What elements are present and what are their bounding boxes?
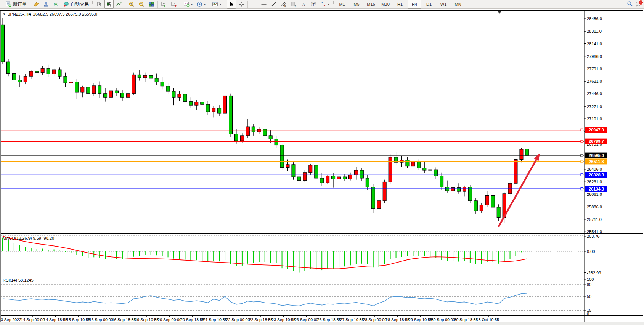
tile-windows-button[interactable]: [147, 0, 156, 9]
channel-button[interactable]: E: [279, 0, 288, 9]
candle-body: [360, 170, 363, 178]
signals-button[interactable]: [51, 0, 61, 9]
profiles-button[interactable]: [42, 0, 51, 9]
zoom-out-button[interactable]: [137, 0, 146, 9]
line-handle: [581, 154, 583, 157]
candle-body: [348, 175, 352, 179]
bar-chart-button[interactable]: [95, 0, 104, 9]
candle-chart-button[interactable]: [104, 0, 114, 9]
line-handle: [581, 129, 583, 131]
timeframe-button-M5[interactable]: M5: [350, 0, 363, 9]
new-order-button[interactable]: 新订单: [4, 0, 28, 9]
text-label-icon: T: [310, 1, 316, 7]
candle-body: [126, 94, 130, 97]
svg-text:-282.99: -282.99: [587, 271, 601, 275]
candle-body: [429, 170, 432, 170]
timeframe-button-H1[interactable]: H1: [393, 0, 407, 9]
svg-text:26 Sep 00:00: 26 Sep 00:00: [294, 317, 318, 322]
candle-body: [269, 136, 272, 139]
candle-body: [520, 149, 523, 160]
timeframe-button-M1[interactable]: M1: [335, 0, 349, 9]
candle-body: [320, 178, 324, 183]
candle-body: [29, 71, 33, 76]
vline-button[interactable]: [249, 0, 259, 9]
candle-body: [440, 176, 443, 187]
macd-indicator-label: MACD(12,26,9) 9.59 -98.20: [3, 236, 54, 240]
shapes-button[interactable]: ▾: [319, 0, 331, 9]
svg-text:26 Sep 18:55: 26 Sep 18:55: [317, 317, 341, 322]
candle-body: [64, 76, 67, 83]
candle-body: [303, 173, 307, 181]
toolbar-separator: [157, 1, 158, 8]
chevron-down-icon: ▾: [204, 3, 206, 6]
timeframe-button-W1[interactable]: W1: [437, 0, 450, 9]
toolbar-separator: [209, 1, 209, 8]
zoom-in-icon: [128, 1, 135, 7]
autotrade-icon: [63, 1, 69, 7]
svg-text:26328.3: 26328.3: [589, 173, 604, 177]
toolbar: 新订单自动交易▾▾▾EFAT▾ M1M5M15M30H1H4D1W1MN 1: [0, 0, 644, 9]
candle-body: [172, 91, 175, 97]
chart-symbol-period: JPN225-,H4: [8, 12, 31, 16]
notifications-icon[interactable]: 1: [635, 1, 642, 8]
hline-button[interactable]: [259, 0, 268, 9]
candle-body: [115, 91, 119, 93]
notification-badge: 1: [638, 0, 643, 5]
candle-body: [297, 177, 301, 180]
trendline-button[interactable]: [269, 0, 278, 9]
cursor-button[interactable]: [227, 0, 236, 9]
zoom-in-button[interactable]: [127, 0, 136, 9]
svg-text:25541.0: 25541.0: [587, 229, 602, 234]
collapse-triangle-icon[interactable]: ▼: [3, 13, 6, 16]
cursor-icon: [228, 1, 234, 7]
text-button[interactable]: A: [299, 0, 308, 9]
svg-text:F: F: [295, 5, 296, 7]
timeframe-button-M15[interactable]: M15: [364, 0, 378, 9]
timeframe-button-M30[interactable]: M30: [379, 0, 392, 9]
chevron-down-icon: ▾: [191, 3, 193, 6]
timeframe-button-MN[interactable]: MN: [451, 0, 465, 9]
svg-text:80: 80: [587, 282, 591, 287]
candle-chart-icon: [106, 1, 112, 7]
timeframe-button-H4[interactable]: H4: [408, 0, 421, 9]
periods-button[interactable]: ▾: [195, 0, 207, 9]
chart-window[interactable]: 28486.028311.028141.027966.027791.027621…: [0, 9, 644, 325]
rsi-indicator-label: RSI(14) 58.1245: [3, 278, 34, 282]
candle-body: [497, 207, 500, 218]
candle-body: [474, 201, 477, 211]
candle-body: [206, 104, 210, 112]
market-watch-button[interactable]: [32, 0, 41, 9]
price-chart-canvas[interactable]: 28486.028311.028141.027966.027791.027621…: [0, 9, 644, 325]
timeframe-button-D1[interactable]: D1: [422, 0, 436, 9]
svg-text:100: 100: [587, 277, 594, 282]
line-chart-button[interactable]: [114, 0, 124, 9]
candle-body: [58, 70, 61, 76]
templates-button[interactable]: ▾: [210, 0, 223, 9]
svg-text:27101.0: 27101.0: [587, 117, 602, 121]
svg-text:26595.0: 26595.0: [589, 153, 604, 158]
svg-text:22 Sep 18:55: 22 Sep 18:55: [249, 317, 273, 322]
search-icon[interactable]: [627, 1, 633, 8]
svg-text:13 Sep 2022: 13 Sep 2022: [0, 317, 21, 322]
candle-body: [389, 157, 392, 182]
candle-body: [485, 195, 489, 205]
fibonacci-button[interactable]: F: [289, 0, 298, 9]
chart-shift-button[interactable]: [169, 0, 178, 9]
svg-text:26406.0: 26406.0: [587, 167, 602, 171]
candle-body: [223, 96, 227, 113]
crosshair-button[interactable]: [237, 0, 246, 9]
candle-body: [286, 165, 289, 168]
timeframe-group: M1M5M15M30H1H4D1W1MN: [335, 0, 465, 8]
candle-body: [491, 195, 495, 207]
indicators-button[interactable]: ▾: [182, 0, 194, 9]
candle-body: [514, 160, 517, 184]
autotrade-button-label: 自动交易: [71, 1, 89, 8]
candle-body: [326, 176, 329, 183]
chart-shift-icon: [171, 1, 177, 7]
autotrade-button[interactable]: 自动交易: [61, 0, 90, 9]
line-handle: [581, 174, 583, 176]
autoscroll-button[interactable]: [159, 0, 169, 9]
svg-text:29 Sep 10:55: 29 Sep 10:55: [408, 317, 432, 322]
text-label-button[interactable]: T: [309, 0, 318, 9]
gold-tool-icon: [33, 1, 39, 7]
